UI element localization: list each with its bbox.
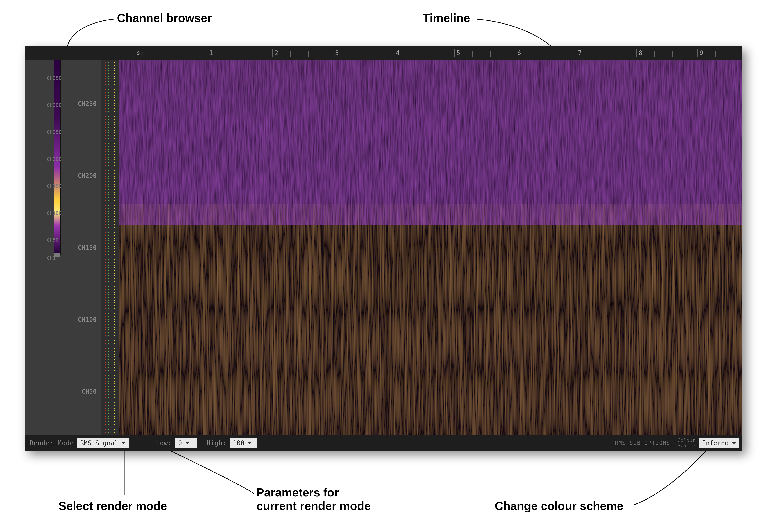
svg-rect-2 <box>119 225 742 435</box>
colour-scheme-label: Colour Scheme <box>673 438 695 448</box>
render-mode-value: RMS Signal <box>80 439 118 447</box>
channel-axis-label: CH100 <box>78 316 97 323</box>
colour-scheme-value: Inferno <box>702 439 729 447</box>
sub-options-label: RMS SUB OPTIONS <box>615 440 670 446</box>
param-low-dropdown[interactable]: 0 <box>175 438 197 448</box>
channel-axis-label: CH200 <box>78 172 97 179</box>
channel-browser-tick: CH100 <box>40 210 61 216</box>
render-mode-label: Render Mode <box>30 439 74 447</box>
param-low-label: Low: <box>156 439 172 447</box>
channel-browser-tick: CH150 <box>40 183 61 189</box>
app-window: s: 1 2 3 4 5 6 7 8 <box>25 46 742 451</box>
spectrogram-view[interactable] <box>119 59 742 435</box>
channel-axis-label: CH50 <box>82 388 97 395</box>
event-marker-strip[interactable] <box>101 59 119 435</box>
playback-cursor[interactable] <box>313 59 313 435</box>
param-high-value: 100 <box>233 439 244 447</box>
timeline-unit-label: s: <box>137 50 144 56</box>
channel-axis-label: CH150 <box>78 244 97 251</box>
param-low-value: 0 <box>178 439 182 447</box>
channel-browser-tick: CH300 <box>40 102 61 108</box>
footer-toolbar: Render Mode RMS Signal Low: 0 High: 100 … <box>25 435 742 451</box>
timeline-ruler[interactable]: s: 1 2 3 4 5 6 7 8 <box>25 46 742 59</box>
channel-browser-tick: CH250 <box>40 129 61 135</box>
colour-scheme-dropdown[interactable]: Inferno <box>699 438 739 448</box>
channel-browser-tick: CH200 <box>40 156 61 162</box>
channel-browser-tick: CH50 <box>40 237 59 243</box>
channel-axis-label: CH250 <box>78 100 97 107</box>
channel-browser[interactable]: CH350 CH300 CH250 CH200 CH150 CH100 CH50… <box>25 59 65 435</box>
param-high-label: High: <box>207 439 226 447</box>
channel-browser-tick: CH1 <box>40 255 56 261</box>
chevron-down-icon <box>732 441 736 444</box>
channel-browser-tick: CH350 <box>40 75 61 81</box>
render-mode-dropdown[interactable]: RMS Signal <box>77 438 129 448</box>
chevron-down-icon <box>247 441 252 444</box>
param-high-dropdown[interactable]: 100 <box>230 438 257 448</box>
channel-axis: CH250 CH200 CH150 CH100 CH50 <box>65 59 101 435</box>
chevron-down-icon <box>121 441 126 444</box>
chevron-down-icon <box>185 441 189 444</box>
